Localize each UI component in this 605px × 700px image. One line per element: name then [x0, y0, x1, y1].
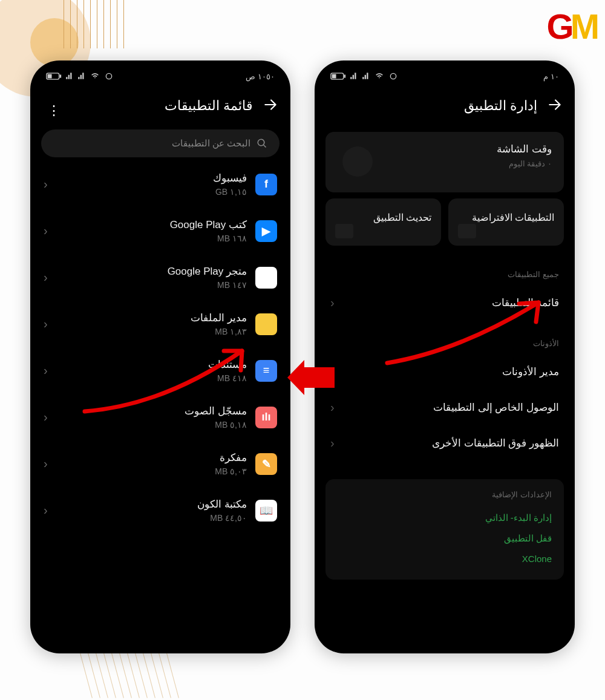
search-placeholder: البحث عن التطبيقات	[172, 138, 250, 149]
app-name: متجر Google Play	[56, 265, 247, 278]
chevron-left-icon: ‹	[330, 436, 335, 450]
app-name: فيسبوك	[56, 172, 247, 185]
card-row: التطبيقات الافتراضية تحديث التطبيق	[325, 198, 564, 246]
app-row[interactable]: ▶ كتب Google Play ١٦٨ MB ‹	[30, 208, 290, 254]
logo-m: M	[571, 7, 596, 46]
update-app-card[interactable]: تحديث التطبيق	[325, 198, 441, 246]
row-display-over-apps[interactable]: الظهور فوق التطبيقات الأخرى ‹	[315, 425, 575, 461]
app-name: كتب Google Play	[56, 218, 247, 231]
extras-card: الإعدادات الإضافية إدارة البدء- الذاتي ق…	[325, 479, 564, 580]
svg-rect-5	[344, 74, 346, 77]
signal-icon	[350, 72, 358, 80]
gm-logo: GM	[547, 6, 596, 47]
app-icon: f	[255, 174, 277, 195]
chevron-left-icon: ‹	[44, 410, 48, 424]
app-row[interactable]: ▶ متجر Google Play ١٤٧ MB ‹	[30, 254, 290, 301]
chevron-left-icon: ‹	[44, 364, 48, 378]
svg-rect-4	[332, 74, 336, 79]
status-bar: ١٠ م	[315, 61, 575, 86]
app-size: ١٦٨ MB	[56, 234, 247, 243]
header: إدارة التطبيق	[315, 86, 575, 126]
annotation-arrow-icon	[287, 360, 335, 395]
app-icon: ✎	[255, 453, 277, 475]
status-bar: ١٠٥٠ ص	[30, 61, 290, 86]
chevron-left-icon: ‹	[44, 177, 48, 191]
battery-icon	[46, 72, 62, 80]
app-icon: ▶	[255, 220, 277, 242]
status-time: ١٠ م	[543, 72, 559, 81]
wifi-icon	[90, 72, 100, 80]
clock-icon	[342, 146, 373, 177]
more-menu-icon[interactable]: ⋮	[47, 103, 60, 119]
app-size: ٤٤,٥٠ MB	[56, 513, 247, 523]
section-all-apps: جميع التطبيقات	[315, 252, 575, 285]
app-name: مدير الملفات	[56, 312, 247, 324]
row-label: الظهور فوق التطبيقات الأخرى	[432, 437, 559, 450]
app-icon	[255, 313, 277, 335]
app-size: ١٤٧ MB	[56, 280, 247, 290]
wifi-icon	[374, 72, 385, 80]
chevron-left-icon: ‹	[44, 224, 48, 238]
default-apps-card[interactable]: التطبيقات الافتراضية	[448, 198, 564, 246]
app-size: ٥,٠٣ MB	[56, 466, 247, 476]
chevron-left-icon: ‹	[44, 457, 48, 471]
extras-label: الإعدادات الإضافية	[338, 490, 552, 499]
row-label: الوصول الخاص إلى التطبيقات	[433, 401, 559, 414]
status-icons	[46, 71, 114, 81]
logo-g: G	[547, 7, 571, 46]
app-size: ١,١٥ GB	[56, 187, 247, 197]
app-row[interactable]: f فيسبوك ١,١٥ GB ‹	[30, 161, 290, 208]
alarm-icon	[104, 71, 114, 81]
svg-rect-1	[48, 74, 52, 79]
signal-icon	[362, 72, 370, 80]
page-title: إدارة التطبيق	[464, 98, 537, 114]
decor-lines	[60, 0, 182, 61]
chevron-left-icon: ‹	[330, 401, 335, 414]
app-size: ٥,١٨ MB	[56, 420, 247, 430]
chevron-left-icon: ‹	[330, 296, 335, 310]
app-row[interactable]: 📖 مكتبة الكون ٤٤,٥٠ MB ‹	[30, 487, 290, 534]
page-title: قائمة التطبيقات	[165, 98, 253, 114]
extras-applock[interactable]: قفل التطبيق	[338, 528, 552, 549]
annotation-hand-arrow-icon	[73, 333, 266, 417]
signal-icon	[77, 72, 86, 80]
row-special-access[interactable]: الوصول الخاص إلى التطبيقات ‹	[315, 390, 575, 425]
app-name: مفكرة	[56, 451, 247, 464]
card-label: تحديث التطبيق	[373, 212, 431, 223]
search-input[interactable]: البحث عن التطبيقات	[41, 129, 280, 157]
chevron-left-icon: ‹	[44, 270, 48, 284]
battery-icon	[330, 72, 346, 80]
signal-icon	[65, 72, 74, 80]
card-label: التطبيقات الافتراضية	[472, 212, 554, 223]
status-time: ١٠٥٠ ص	[246, 72, 275, 81]
extras-xclone[interactable]: XClone	[338, 549, 552, 569]
search-icon	[257, 138, 267, 149]
alarm-icon	[388, 71, 398, 81]
chevron-left-icon: ‹	[44, 503, 48, 517]
svg-rect-2	[60, 74, 62, 77]
back-arrow-icon[interactable]	[263, 97, 278, 115]
app-name: مكتبة الكون	[56, 498, 247, 511]
app-row[interactable]: ✎ مفكرة ٥,٠٣ MB ‹	[30, 440, 290, 487]
screen-time-card[interactable]: وقت الشاشة ٠ دقيقة اليوم	[325, 132, 564, 192]
back-arrow-icon[interactable]	[547, 97, 563, 115]
extras-autostart[interactable]: إدارة البدء- الذاتي	[338, 508, 552, 528]
chevron-left-icon: ‹	[44, 317, 48, 331]
annotation-hand-arrow-icon	[375, 284, 557, 369]
app-icon: 📖	[255, 500, 277, 522]
status-icons	[330, 71, 398, 81]
header: قائمة التطبيقات	[30, 86, 290, 126]
app-icon: ▶	[255, 267, 277, 289]
